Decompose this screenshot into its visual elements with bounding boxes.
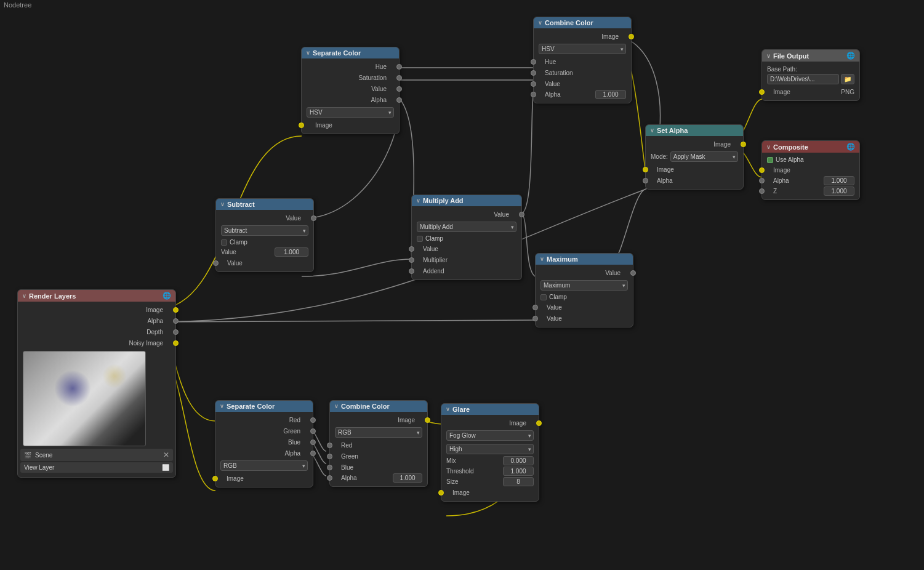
- sc1-image-label: Image: [310, 122, 394, 129]
- rl-depth-socket: [173, 329, 179, 335]
- ma-addend-label: Addend: [417, 268, 516, 275]
- glare-mix-input[interactable]: [503, 456, 534, 465]
- maximum-title: Maximum: [547, 255, 578, 263]
- sub-value-out: [311, 215, 316, 221]
- node-combine-color-2: ∨ Combine Color Image RGB Red Green Blue: [329, 400, 428, 487]
- sc2-alpha-out: [310, 451, 316, 456]
- sc2-green-out: [310, 428, 316, 434]
- sa-image-in: [643, 167, 648, 172]
- set-alpha-header: ∨ Set Alpha: [646, 125, 743, 136]
- glare-image-out-label: Image: [446, 420, 530, 427]
- glare-threshold-input[interactable]: [503, 467, 534, 476]
- cc2-title: Combine Color: [341, 403, 390, 410]
- view-layer-icon[interactable]: ⬜: [162, 464, 169, 471]
- sc1-hue-out: [396, 64, 402, 70]
- base-path-value[interactable]: D:\WebDrives\...: [767, 74, 839, 84]
- sub-clamp-checkbox[interactable]: [221, 239, 227, 246]
- file-output-header: ∨ File Output 🌐: [762, 50, 859, 62]
- max-value-out: [630, 270, 636, 276]
- glare-quality-select[interactable]: High: [446, 444, 534, 454]
- fo-image-label: Image: [767, 89, 841, 95]
- collapse-arrow[interactable]: ∨: [22, 293, 26, 299]
- glare-mix-row: Mix: [441, 456, 539, 466]
- scene-icon: 🎬: [24, 452, 31, 459]
- sc1-alpha-label: Alpha: [307, 97, 390, 103]
- scene-label: Scene: [35, 452, 52, 459]
- sc1-hue-label: Hue: [307, 63, 390, 70]
- glare-type-select[interactable]: Fog Glow: [446, 430, 534, 441]
- comp-z-input[interactable]: [824, 187, 854, 196]
- sub-mode-select[interactable]: Subtract: [221, 225, 308, 236]
- ma-value-in: [409, 246, 414, 252]
- max-clamp-row: Clamp: [536, 292, 633, 302]
- ma-clamp-checkbox[interactable]: [417, 236, 423, 242]
- use-alpha-label: Use Alpha: [776, 156, 804, 163]
- sub-value2-in: [213, 260, 219, 266]
- cc2-alpha-input[interactable]: [393, 473, 422, 483]
- cc1-sat-label: Saturation: [539, 70, 626, 76]
- glare-header: ∨ Glare: [441, 404, 539, 415]
- glare-image-out: [536, 420, 542, 426]
- subtract-title: Subtract: [227, 201, 255, 208]
- glare-size-label: Size: [446, 478, 500, 485]
- sc2-mode-select[interactable]: RGB: [220, 460, 308, 471]
- subtract-header: ∨ Subtract: [216, 199, 313, 210]
- sc2-red-label: Red: [220, 417, 304, 423]
- rl-image-label: Image: [23, 307, 167, 313]
- close-btn[interactable]: ✕: [163, 451, 169, 459]
- cc1-image-out-label: Image: [539, 33, 622, 40]
- max-mode-select[interactable]: Maximum: [540, 280, 628, 291]
- sc2-red-out: [310, 417, 316, 423]
- node-subtract: ∨ Subtract Value Subtract Clamp Value Va…: [215, 198, 314, 272]
- sc1-mode-select[interactable]: HSV: [307, 107, 394, 118]
- rl-noisy-socket: [173, 340, 179, 346]
- rl-depth-label: Depth: [23, 329, 167, 335]
- ma-multiplier-in: [409, 257, 414, 263]
- ma-mode-select[interactable]: Multiply Add: [417, 222, 516, 232]
- ma-multiplier-label: Multiplier: [417, 257, 516, 263]
- cc1-val-label: Value: [539, 81, 626, 87]
- sub-clamp-row: Clamp: [216, 238, 313, 247]
- sc1-alpha-out: [396, 97, 402, 103]
- fo-format: PNG: [841, 89, 854, 95]
- ma-value-out-label: Value: [417, 211, 513, 218]
- comp-alpha-input[interactable]: [824, 176, 854, 185]
- sc1-sat-label: Saturation: [307, 74, 390, 81]
- sep-color1-title: Separate Color: [313, 49, 361, 57]
- cc2-mode-select[interactable]: RGB: [335, 427, 422, 438]
- node-glare: ∨ Glare Image Fog Glow High Mix: [441, 403, 539, 502]
- sa-mode-select[interactable]: Apply Mask: [670, 151, 738, 162]
- glare-size-input[interactable]: [503, 477, 534, 486]
- ma-clamp-row: Clamp: [412, 234, 521, 243]
- sub-value1-input[interactable]: [275, 247, 308, 257]
- sep-color1-header: ∨ Separate Color: [302, 47, 399, 58]
- cc2-red-in: [327, 443, 332, 448]
- sc2-title: Separate Color: [227, 403, 275, 410]
- composite-header: ∨ Composite 🌐: [762, 141, 859, 153]
- title-bar: Nodetree: [0, 0, 35, 10]
- composite-title: Composite: [773, 143, 808, 151]
- cc2-image-out-label: Image: [335, 417, 419, 423]
- cc1-val-in: [531, 81, 536, 87]
- cc1-hue-in: [531, 59, 536, 65]
- cc2-image-out: [425, 417, 430, 423]
- sa-alpha-in-label: Alpha: [651, 177, 738, 184]
- composite-icon: 🌐: [846, 143, 855, 151]
- node-combine-color-1: ∨ Combine Color Image HSV Hue Saturation…: [533, 17, 632, 103]
- sc1-sat-out: [396, 75, 402, 81]
- sc2-alpha-label: Alpha: [220, 450, 304, 457]
- cc2-green-label: Green: [335, 453, 422, 460]
- cc1-mode-select[interactable]: HSV: [539, 44, 626, 54]
- rl-noisy-label: Noisy Image: [23, 340, 167, 347]
- cc2-alpha-label: Alpha: [335, 475, 390, 481]
- node-composite: ∨ Composite 🌐 Use Alpha Image Alpha Z: [761, 140, 860, 200]
- cc1-title: Combine Color: [545, 19, 593, 26]
- title-text: Nodetree: [4, 1, 31, 9]
- sa-alpha-in: [643, 178, 648, 183]
- use-alpha-checkbox[interactable]: [767, 157, 773, 163]
- cc1-alpha-input[interactable]: [595, 90, 626, 99]
- max-clamp-checkbox[interactable]: [540, 294, 547, 300]
- browse-button[interactable]: 📁: [841, 74, 854, 84]
- sa-mode-label: Mode:: [651, 153, 668, 160]
- max-val1-label: Value: [540, 304, 628, 311]
